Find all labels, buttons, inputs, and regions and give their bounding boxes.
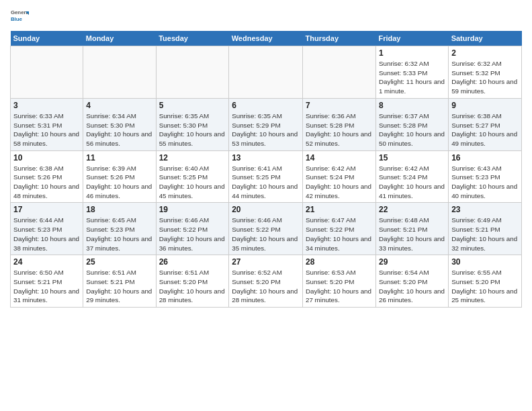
day-info: Sunrise: 6:51 AM Sunset: 5:21 PM Dayligh… [86, 268, 152, 305]
calendar-cell: 24Sunrise: 6:50 AM Sunset: 5:21 PM Dayli… [11, 255, 83, 308]
day-info: Sunrise: 6:38 AM Sunset: 5:27 PM Dayligh… [451, 111, 519, 148]
day-info: Sunrise: 6:35 AM Sunset: 5:29 PM Dayligh… [232, 111, 300, 148]
day-info: Sunrise: 6:51 AM Sunset: 5:20 PM Dayligh… [159, 268, 226, 305]
calendar-cell: 7Sunrise: 6:36 AM Sunset: 5:28 PM Daylig… [302, 98, 375, 150]
weekday-header-thursday: Thursday [302, 31, 375, 46]
calendar-cell: 22Sunrise: 6:48 AM Sunset: 5:21 PM Dayli… [375, 203, 448, 255]
day-number: 8 [379, 101, 445, 110]
day-number: 18 [86, 205, 152, 214]
day-info: Sunrise: 6:32 AM Sunset: 5:33 PM Dayligh… [379, 59, 445, 96]
calendar-cell: 26Sunrise: 6:51 AM Sunset: 5:20 PM Dayli… [156, 255, 229, 308]
day-info: Sunrise: 6:44 AM Sunset: 5:23 PM Dayligh… [13, 216, 80, 253]
day-number: 17 [13, 205, 80, 214]
day-info: Sunrise: 6:40 AM Sunset: 5:25 PM Dayligh… [159, 164, 226, 201]
day-info: Sunrise: 6:36 AM Sunset: 5:28 PM Dayligh… [306, 111, 373, 148]
day-number: 21 [306, 205, 373, 214]
calendar-cell: 14Sunrise: 6:42 AM Sunset: 5:24 PM Dayli… [302, 150, 375, 203]
weekday-header-tuesday: Tuesday [156, 31, 229, 46]
day-info: Sunrise: 6:49 AM Sunset: 5:21 PM Dayligh… [451, 216, 519, 253]
calendar-week-4: 17Sunrise: 6:44 AM Sunset: 5:23 PM Dayli… [11, 203, 522, 255]
day-number: 12 [159, 153, 226, 163]
day-info: Sunrise: 6:34 AM Sunset: 5:30 PM Dayligh… [86, 111, 152, 148]
calendar-cell: 10Sunrise: 6:38 AM Sunset: 5:26 PM Dayli… [11, 150, 83, 203]
weekday-header-saturday: Saturday [449, 31, 522, 46]
day-info: Sunrise: 6:39 AM Sunset: 5:26 PM Dayligh… [86, 164, 152, 201]
svg-text:General: General [11, 9, 29, 15]
calendar-cell: 11Sunrise: 6:39 AM Sunset: 5:26 PM Dayli… [83, 150, 156, 203]
day-info: Sunrise: 6:52 AM Sunset: 5:20 PM Dayligh… [232, 268, 300, 305]
day-info: Sunrise: 6:46 AM Sunset: 5:22 PM Dayligh… [232, 216, 300, 253]
calendar-week-1: 1Sunrise: 6:32 AM Sunset: 5:33 PM Daylig… [11, 46, 522, 99]
calendar-cell: 21Sunrise: 6:47 AM Sunset: 5:22 PM Dayli… [302, 203, 375, 255]
day-info: Sunrise: 6:53 AM Sunset: 5:20 PM Dayligh… [306, 268, 373, 305]
calendar-cell: 13Sunrise: 6:41 AM Sunset: 5:25 PM Dayli… [229, 150, 303, 203]
day-number: 10 [13, 153, 80, 163]
calendar-cell: 5Sunrise: 6:35 AM Sunset: 5:30 PM Daylig… [156, 98, 229, 150]
day-number: 25 [86, 257, 152, 267]
calendar-cell: 29Sunrise: 6:54 AM Sunset: 5:20 PM Dayli… [375, 255, 448, 308]
weekday-header-monday: Monday [83, 31, 156, 46]
day-number: 27 [232, 257, 300, 267]
day-info: Sunrise: 6:38 AM Sunset: 5:26 PM Dayligh… [13, 164, 80, 201]
logo: General Blue [10, 7, 29, 26]
day-number: 20 [232, 205, 300, 214]
calendar-cell: 27Sunrise: 6:52 AM Sunset: 5:20 PM Dayli… [229, 255, 303, 308]
day-info: Sunrise: 6:35 AM Sunset: 5:30 PM Dayligh… [159, 111, 226, 148]
calendar-cell: 25Sunrise: 6:51 AM Sunset: 5:21 PM Dayli… [83, 255, 156, 308]
day-number: 23 [451, 205, 519, 214]
calendar-week-2: 3Sunrise: 6:33 AM Sunset: 5:31 PM Daylig… [11, 98, 522, 150]
calendar-cell: 16Sunrise: 6:43 AM Sunset: 5:23 PM Dayli… [449, 150, 522, 203]
calendar-cell: 17Sunrise: 6:44 AM Sunset: 5:23 PM Dayli… [11, 203, 83, 255]
day-number: 26 [159, 257, 226, 267]
calendar-cell: 2Sunrise: 6:32 AM Sunset: 5:32 PM Daylig… [449, 46, 522, 99]
day-info: Sunrise: 6:54 AM Sunset: 5:20 PM Dayligh… [379, 268, 445, 305]
calendar-cell: 23Sunrise: 6:49 AM Sunset: 5:21 PM Dayli… [449, 203, 522, 255]
day-info: Sunrise: 6:45 AM Sunset: 5:23 PM Dayligh… [86, 216, 152, 253]
calendar-cell: 6Sunrise: 6:35 AM Sunset: 5:29 PM Daylig… [229, 98, 303, 150]
calendar-cell: 12Sunrise: 6:40 AM Sunset: 5:25 PM Dayli… [156, 150, 229, 203]
calendar-cell: 19Sunrise: 6:46 AM Sunset: 5:22 PM Dayli… [156, 203, 229, 255]
calendar-cell [156, 46, 229, 99]
day-number: 1 [379, 48, 445, 58]
page-header: General Blue [10, 7, 522, 26]
calendar-header-row: SundayMondayTuesdayWednesdayThursdayFrid… [11, 31, 522, 46]
calendar-cell: 3Sunrise: 6:33 AM Sunset: 5:31 PM Daylig… [11, 98, 83, 150]
calendar-cell: 9Sunrise: 6:38 AM Sunset: 5:27 PM Daylig… [449, 98, 522, 150]
day-info: Sunrise: 6:37 AM Sunset: 5:28 PM Dayligh… [379, 111, 445, 148]
day-number: 15 [379, 153, 445, 163]
svg-text:Blue: Blue [11, 16, 23, 22]
day-number: 11 [86, 153, 152, 163]
weekday-header-friday: Friday [375, 31, 448, 46]
day-info: Sunrise: 6:41 AM Sunset: 5:25 PM Dayligh… [232, 164, 300, 201]
day-number: 13 [232, 153, 300, 163]
calendar-cell: 15Sunrise: 6:42 AM Sunset: 5:24 PM Dayli… [375, 150, 448, 203]
day-number: 7 [306, 101, 373, 110]
calendar-week-3: 10Sunrise: 6:38 AM Sunset: 5:26 PM Dayli… [11, 150, 522, 203]
day-info: Sunrise: 6:32 AM Sunset: 5:32 PM Dayligh… [451, 59, 519, 96]
weekday-header-sunday: Sunday [11, 31, 83, 46]
day-number: 22 [379, 205, 445, 214]
day-number: 5 [159, 101, 226, 110]
day-number: 14 [306, 153, 373, 163]
calendar-week-5: 24Sunrise: 6:50 AM Sunset: 5:21 PM Dayli… [11, 255, 522, 308]
calendar-cell: 18Sunrise: 6:45 AM Sunset: 5:23 PM Dayli… [83, 203, 156, 255]
day-info: Sunrise: 6:50 AM Sunset: 5:21 PM Dayligh… [13, 268, 80, 305]
day-number: 30 [451, 257, 519, 267]
calendar-cell [302, 46, 375, 99]
day-info: Sunrise: 6:42 AM Sunset: 5:24 PM Dayligh… [379, 164, 445, 201]
calendar-cell: 4Sunrise: 6:34 AM Sunset: 5:30 PM Daylig… [83, 98, 156, 150]
calendar-cell: 28Sunrise: 6:53 AM Sunset: 5:20 PM Dayli… [302, 255, 375, 308]
calendar-cell [11, 46, 83, 99]
calendar-cell: 30Sunrise: 6:55 AM Sunset: 5:20 PM Dayli… [449, 255, 522, 308]
day-number: 3 [13, 101, 80, 110]
day-info: Sunrise: 6:55 AM Sunset: 5:20 PM Dayligh… [451, 268, 519, 305]
day-number: 24 [13, 257, 80, 267]
weekday-header-wednesday: Wednesday [229, 31, 303, 46]
day-info: Sunrise: 6:33 AM Sunset: 5:31 PM Dayligh… [13, 111, 80, 148]
calendar-cell: 8Sunrise: 6:37 AM Sunset: 5:28 PM Daylig… [375, 98, 448, 150]
day-number: 29 [379, 257, 445, 267]
calendar-cell [229, 46, 303, 99]
day-number: 4 [86, 101, 152, 110]
day-info: Sunrise: 6:48 AM Sunset: 5:21 PM Dayligh… [379, 216, 445, 253]
logo-icon: General Blue [10, 7, 29, 26]
